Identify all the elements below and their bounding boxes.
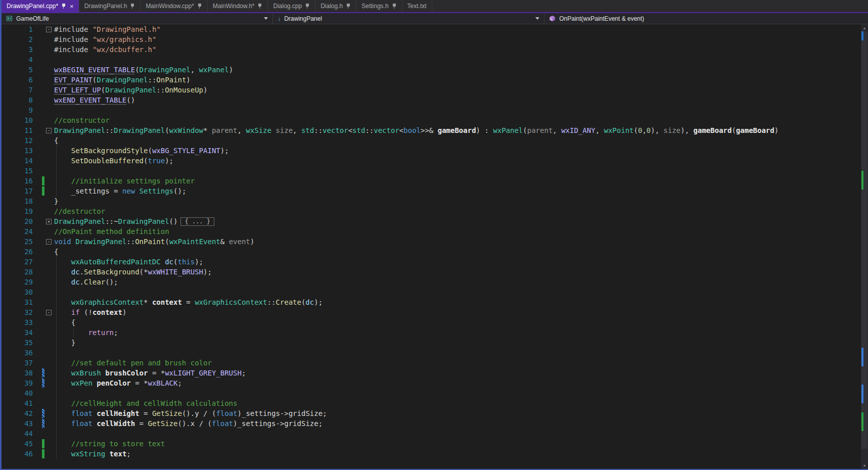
code-line: 7EVT_LEFT_UP(DrawingPanel::OnMouseUp): [2, 85, 861, 95]
code-text[interactable]: wxAutoBufferedPaintDC dc(this);: [54, 257, 861, 267]
code-text[interactable]: //cellHeight and cellWidth calculations: [54, 398, 861, 408]
code-text[interactable]: _settings = new Settings();: [54, 186, 861, 196]
pin-icon[interactable]: [130, 3, 135, 9]
code-text[interactable]: return;: [54, 327, 861, 338]
code-text[interactable]: void DrawingPanel::OnPaint(wxPaintEvent&…: [54, 237, 861, 247]
code-text[interactable]: }: [54, 196, 861, 206]
code-text[interactable]: //constructor: [54, 115, 861, 125]
collapsed-region[interactable]: { ... }: [180, 217, 214, 226]
fold-margin: [46, 55, 54, 65]
code-text[interactable]: SetDoubleBuffered(true);: [54, 156, 861, 166]
fold-margin: [46, 398, 54, 408]
code-text[interactable]: [54, 388, 861, 398]
change-margin: [33, 65, 46, 75]
line-number: 46: [2, 449, 33, 459]
code-text[interactable]: [54, 429, 861, 439]
code-text[interactable]: [54, 166, 861, 176]
code-text[interactable]: //OnPaint method definition: [54, 226, 861, 237]
code-text[interactable]: }: [54, 338, 861, 348]
tab-drawingpanel-h[interactable]: DrawingPanel.h: [79, 0, 141, 12]
expand-toggle-icon[interactable]: +: [46, 219, 52, 224]
code-line: 2#include "wx/graphics.h": [2, 34, 861, 44]
code-text[interactable]: DrawingPanel::DrawingPanel(wxWindow* par…: [54, 125, 861, 135]
cpp-project-icon: [6, 15, 13, 22]
pin-icon[interactable]: [257, 3, 262, 9]
code-text[interactable]: float cellHeight = GetSize().y / (float)…: [54, 408, 861, 418]
code-text[interactable]: float cellWidth = GetSize().x / (float)_…: [54, 418, 861, 429]
tab-settings-h[interactable]: Settings.h: [356, 0, 402, 12]
chevron-down-icon: [535, 17, 539, 20]
code-text[interactable]: [54, 348, 861, 358]
code-text[interactable]: if (!context): [54, 307, 861, 317]
vertical-scrollbar[interactable]: ▲ ▼: [861, 24, 868, 469]
code-text[interactable]: EVT_PAINT(DrawingPanel::OnPaint): [54, 75, 861, 85]
line-number: 12: [2, 135, 33, 146]
code-text[interactable]: {: [54, 135, 861, 146]
code-text[interactable]: wxGraphicsContext* context = wxGraphicsC…: [54, 297, 861, 307]
change-margin: [33, 338, 46, 348]
scrollbar-change-mark: [861, 31, 863, 40]
fold-margin: [46, 226, 54, 237]
tab-dialog-h[interactable]: Dialog.h: [315, 0, 356, 12]
close-icon[interactable]: ×: [70, 3, 74, 10]
pin-icon[interactable]: [346, 3, 351, 9]
fold-margin: [46, 388, 54, 398]
collapse-toggle-icon[interactable]: -: [46, 310, 52, 315]
tab-dialog-cpp[interactable]: Dialog.cpp: [268, 0, 315, 12]
code-line: 35 }: [2, 338, 861, 348]
line-number: 39: [2, 378, 33, 388]
code-text[interactable]: //destructor: [54, 206, 861, 216]
change-margin: [33, 429, 46, 439]
code-text[interactable]: //string to store text: [54, 439, 861, 449]
collapse-toggle-icon[interactable]: -: [46, 239, 52, 245]
scroll-down-arrow-icon[interactable]: ▼: [861, 462, 868, 469]
fold-margin: -: [46, 24, 54, 34]
code-text[interactable]: EVT_LEFT_UP(DrawingPanel::OnMouseUp): [54, 85, 861, 95]
line-number: 28: [2, 267, 33, 277]
line-number: 27: [2, 257, 33, 267]
scroll-up-arrow-icon[interactable]: ▲: [861, 24, 868, 31]
pin-icon[interactable]: [392, 3, 397, 9]
code-text[interactable]: #include "DrawingPanel.h": [54, 24, 861, 34]
tab-mainwindow-cpp[interactable]: MainWindow.cpp*: [141, 0, 207, 12]
code-text[interactable]: [54, 105, 861, 115]
pin-icon[interactable]: [305, 3, 310, 9]
type-dropdown[interactable]: ↓ DrawingPanel: [273, 13, 544, 24]
code-text[interactable]: wxBrush brushColor = *wxLIGHT_GREY_BRUSH…: [54, 368, 861, 378]
code-text[interactable]: #include "wx/dcbuffer.h": [54, 44, 861, 55]
fold-margin: [46, 247, 54, 257]
fold-margin: [46, 75, 54, 85]
line-number: 38: [2, 368, 33, 378]
fold-margin: [46, 449, 54, 459]
vs-window: DrawingPanel.cpp*×DrawingPanel.hMainWind…: [0, 0, 868, 470]
code-text[interactable]: //set default pen and brush color: [54, 358, 861, 368]
code-text[interactable]: {: [54, 247, 861, 257]
code-text[interactable]: wxEND_EVENT_TABLE(): [54, 95, 861, 105]
scrollbar-track[interactable]: [861, 31, 868, 462]
code-text[interactable]: dc.SetBackground(*wxWHITE_BRUSH);: [54, 267, 861, 277]
code-text[interactable]: wxString text;: [54, 449, 861, 459]
tab-label: Text.txt: [407, 3, 427, 10]
code-text[interactable]: #include "wx/graphics.h": [54, 34, 861, 44]
code-text[interactable]: dc.Clear();: [54, 277, 861, 287]
change-margin: [33, 166, 46, 176]
code-text[interactable]: wxPen penColor = *wxBLACK;: [54, 378, 861, 388]
fold-margin: [46, 34, 54, 44]
code-text[interactable]: SetBackgroundStyle(wxBG_STYLE_PAINT);: [54, 146, 861, 156]
code-text[interactable]: {: [54, 317, 861, 327]
pin-icon[interactable]: [197, 3, 202, 9]
code-text[interactable]: //initialize settings pointer: [54, 176, 861, 186]
saved-change-bar: [42, 449, 44, 458]
collapse-toggle-icon[interactable]: -: [46, 27, 52, 32]
code-text[interactable]: [54, 287, 861, 297]
pin-icon[interactable]: [61, 3, 66, 9]
tab-mainwindow-h[interactable]: MainWindow.h*: [208, 0, 268, 12]
code-text[interactable]: wxBEGIN_EVENT_TABLE(DrawingPanel, wxPane…: [54, 65, 861, 75]
tab-text-txt[interactable]: Text.txt: [402, 0, 432, 12]
collapse-toggle-icon[interactable]: -: [46, 128, 52, 133]
code-text[interactable]: [54, 55, 861, 65]
tab-drawingpanel-cpp[interactable]: DrawingPanel.cpp*×: [2, 0, 79, 12]
member-dropdown[interactable]: OnPaint(wxPaintEvent & event): [544, 13, 868, 24]
code-text[interactable]: DrawingPanel::~DrawingPanel(){ ... }: [54, 216, 861, 226]
project-dropdown[interactable]: GameOfLife: [2, 13, 273, 24]
